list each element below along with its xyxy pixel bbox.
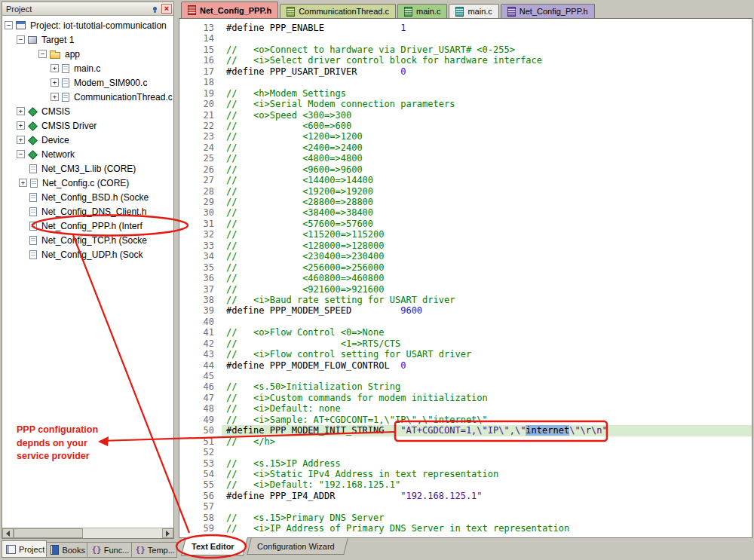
code-line-37[interactable]: 37// <921600=>921600 (179, 284, 752, 295)
code-line-54[interactable]: 54// <i>Static IPv4 Address in text repr… (179, 469, 752, 479)
code-line-23[interactable]: 23// <1200=>1200 (179, 131, 752, 142)
code-text: // <i>Custom commands for modem initiali… (222, 393, 752, 403)
code-line-48[interactable]: 48// <i>Default: none (179, 403, 752, 414)
expand-icon[interactable]: + (17, 136, 25, 144)
tree-item-device[interactable]: +Device (2, 133, 173, 147)
code-line-57[interactable]: 57 (179, 501, 752, 512)
expand-icon[interactable]: + (17, 107, 25, 115)
code-line-46[interactable]: 46// <s.50>Initialization String (179, 381, 752, 392)
tree-item-net-config-bsd-h-socke[interactable]: Net_Config_BSD.h (Socke (2, 190, 173, 204)
tree-item-net-config-dns-client-h[interactable]: Net_Config_DNS_Client.h (2, 204, 173, 219)
code-line-17[interactable]: 17#define PPP_USART_DRIVER 0 (179, 66, 752, 77)
code-line-36[interactable]: 36// <460800=>460800 (179, 273, 752, 283)
code-line-40[interactable]: 40 (179, 317, 752, 327)
code-line-41[interactable]: 41// <o>Flow Control <0=>None (179, 327, 752, 338)
code-line-35[interactable]: 35// <256000=>256000 (179, 262, 752, 273)
tree-item-target-1[interactable]: −Target 1 (2, 32, 173, 47)
collapse-icon[interactable]: − (5, 21, 13, 29)
tree-item-cmsis-driver[interactable]: +CMSIS Driver (2, 118, 173, 133)
code-text (222, 317, 752, 327)
code-line-25[interactable]: 25// <4800=>4800 (179, 153, 752, 164)
collapse-icon[interactable]: − (38, 50, 47, 58)
code-line-19[interactable]: 19// <h>Modem Settings (179, 88, 752, 99)
pin-icon[interactable] (149, 4, 160, 14)
code-line-24[interactable]: 24// <2400=>2400 (179, 142, 752, 153)
expand-icon[interactable]: + (51, 78, 59, 87)
collapse-icon[interactable]: − (17, 35, 25, 44)
tree-item-project-iot-tutotial-communication[interactable]: −Project: iot-tutotial-communication (2, 18, 173, 32)
tree-item-communicationthread-c[interactable]: +CommunicationThread.c (2, 90, 173, 104)
line-number: 33 (179, 240, 222, 251)
code-line-26[interactable]: 26// <9600=>9600 (179, 164, 752, 175)
code-line-56[interactable]: 56#define PPP_IP4_ADDR "192.168.125.1" (179, 491, 752, 501)
tab-net-config-ppp-h[interactable]: Net_Config_PPP.h (501, 4, 595, 18)
code-line-39[interactable]: 39#define PPP_MODEM_SPEED 9600 (179, 305, 752, 316)
tree-item-net-config-udp-h-sock[interactable]: Net_Config_UDP.h (Sock (2, 247, 173, 262)
code-line-22[interactable]: 22// <600=>600 (179, 121, 752, 131)
code-line-18[interactable]: 18 (179, 77, 752, 87)
code-line-51[interactable]: 51// </h> (179, 436, 752, 447)
code-line-27[interactable]: 27// <14400=>14400 (179, 175, 752, 185)
tab-communicationthread-c[interactable]: CommunicationThread.c (280, 4, 396, 18)
expand-icon[interactable]: + (51, 93, 59, 101)
code-line-33[interactable]: 33// <128000=>128000 (179, 240, 752, 251)
code-line-13[interactable]: 13#define PPP_ENABLE 1 (179, 23, 752, 33)
code-line-42[interactable]: 42// <1=>RTS/CTS (179, 338, 752, 349)
code-line-45[interactable]: 45 (179, 371, 752, 381)
tree-item-cmsis[interactable]: +CMSIS (2, 104, 173, 118)
code-line-59[interactable]: 59// <i>IP Address of Primary DNS Server… (179, 523, 752, 534)
code-line-21[interactable]: 21// <o>Speed <300=>300 (179, 110, 752, 121)
tree-item-main-c[interactable]: +main.c (2, 61, 173, 75)
tree-item-modem-sim900-c[interactable]: +Modem_SIM900.c (2, 75, 173, 90)
code-line-55[interactable]: 55// <i>Default: "192.168.125.1" (179, 479, 752, 490)
code-line-16[interactable]: 16// <i>Select driver control block for … (179, 55, 752, 66)
code-line-31[interactable]: 31// <57600=>57600 (179, 219, 752, 229)
code-line-44[interactable]: 44#define PPP_MODEM_FLOW_CONTROL 0 (179, 360, 752, 371)
code-line-49[interactable]: 49// <i>Sample: AT+CGDCONT=1,\"IP\",\"in… (179, 415, 752, 425)
code-line-30[interactable]: 30// <38400=>38400 (179, 207, 752, 218)
workspace-tab-project[interactable]: Project (2, 540, 47, 558)
code-line-58[interactable]: 58// <s.15>Primary DNS Server (179, 513, 752, 523)
code-line-47[interactable]: 47// <i>Custom commands for modem initia… (179, 393, 752, 403)
code-line-14[interactable]: 14 (179, 33, 752, 44)
code-line-50[interactable]: 50#define PPP_MODEM_INIT_STRING "AT+CGDC… (179, 425, 752, 436)
tab-main-c[interactable]: main.c (449, 4, 498, 18)
tree-item-net-config-tcp-h-socke[interactable]: Net_Config_TCP.h (Socke (2, 233, 173, 247)
code-line-38[interactable]: 38// <i>Baud rate setting for USART driv… (179, 295, 752, 305)
workspace-tab-books[interactable]: Books (47, 542, 87, 558)
expand-icon[interactable]: + (51, 64, 59, 72)
code-line-52[interactable]: 52 (179, 447, 752, 457)
tree-item-net-cm3-l-lib-core[interactable]: Net_CM3_L.lib (CORE) (2, 161, 173, 176)
code-line-15[interactable]: 15// <o>Connect to hardware via Driver_U… (179, 44, 752, 55)
close-icon[interactable] (161, 4, 172, 14)
workspace-tab-temp[interactable]: Temp... (132, 542, 177, 558)
tree-item-app[interactable]: −app (2, 47, 173, 61)
editor-mode-tab-bar: Text EditorConfiguration Wizard (179, 538, 752, 558)
book-icon (51, 545, 59, 555)
mode-tab-text-editor[interactable]: Text Editor (181, 537, 248, 555)
code-line-32[interactable]: 32// <115200=>115200 (179, 229, 752, 240)
code-line-29[interactable]: 29// <28800=>28800 (179, 197, 752, 207)
scroll-right-button[interactable] (162, 528, 173, 538)
code-line-20[interactable]: 20// <i>Serial Modem connection paramete… (179, 99, 752, 109)
code-line-34[interactable]: 34// <230400=>230400 (179, 251, 752, 262)
tree-item-network[interactable]: −Network (2, 147, 173, 161)
line-number: 17 (179, 66, 222, 77)
tree-item-net-config-ppp-h-interf[interactable]: Net_Config_PPP.h (Interf (2, 219, 173, 233)
code-line-28[interactable]: 28// <19200=>19200 (179, 186, 752, 197)
collapse-icon[interactable]: − (17, 150, 25, 158)
line-number: 19 (179, 88, 222, 99)
expand-icon[interactable]: + (19, 179, 27, 187)
code-line-53[interactable]: 53// <s.15>IP Address (179, 458, 752, 469)
code-editor[interactable]: 13#define PPP_ENABLE 11415// <o>Connect … (179, 19, 752, 538)
expand-icon[interactable]: + (17, 121, 25, 130)
code-line-43[interactable]: 43// <i>Flow control setting for USART d… (179, 349, 752, 360)
line-number: 30 (179, 207, 222, 218)
scroll-thumb[interactable] (14, 528, 83, 538)
workspace-tab-func[interactable]: Func... (87, 542, 131, 558)
tab-net-config-ppp-h[interactable]: Net_Config_PPP.h (181, 2, 278, 18)
scroll-left-button[interactable] (2, 528, 14, 538)
mode-tab-configuration-wizard[interactable]: Configuration Wizard (247, 538, 348, 555)
tree-item-net-config-c-core[interactable]: +Net_Config.c (CORE) (2, 176, 173, 190)
tab-main-c[interactable]: main.c (397, 4, 447, 18)
